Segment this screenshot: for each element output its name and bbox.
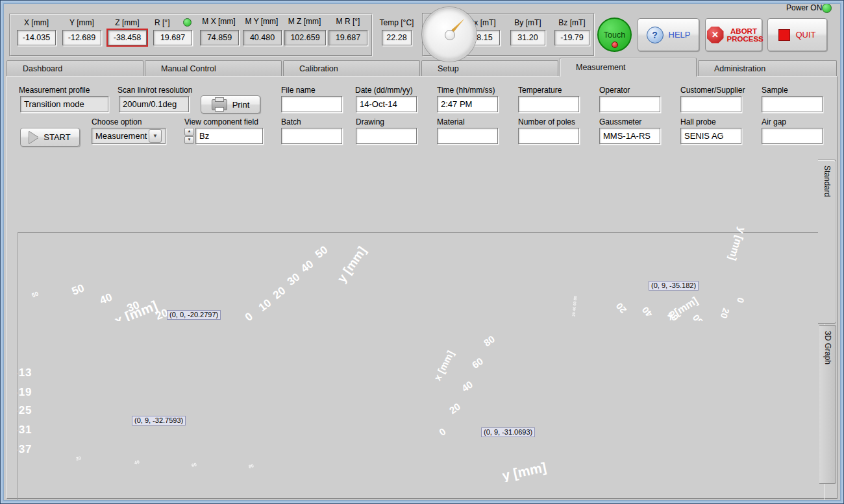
time-input[interactable] bbox=[437, 96, 498, 112]
mr-readout-label: M R [°] bbox=[327, 17, 369, 26]
temp-readout: 22.28 bbox=[382, 30, 412, 45]
printer-icon bbox=[212, 99, 227, 110]
temperature-input[interactable] bbox=[518, 96, 579, 112]
material-label: Material bbox=[437, 117, 465, 126]
operator-label: Operator bbox=[599, 86, 630, 95]
mx-readout: 74.859 bbox=[200, 30, 239, 45]
customer-supplier-input[interactable] bbox=[680, 96, 741, 112]
bz-readout: -19.79 bbox=[554, 30, 590, 45]
power-on-led bbox=[822, 3, 832, 13]
power-on-label: Power ON bbox=[786, 3, 822, 12]
x-readout: -14.035 bbox=[17, 30, 56, 45]
measurement-profile-label: Measurement profile bbox=[19, 86, 90, 95]
r-status-led bbox=[183, 18, 192, 27]
drawing-input[interactable] bbox=[356, 128, 417, 144]
help-button-label: HELP bbox=[669, 30, 691, 40]
side-tab-standard[interactable]: Standard bbox=[818, 160, 836, 324]
cursor-readout: (0, 9, -31.0693) bbox=[481, 427, 535, 437]
air-gap-label: Air gap bbox=[762, 117, 786, 126]
cursor-readout: (0, 0, -20.2797) bbox=[167, 310, 221, 320]
y-readout: -12.689 bbox=[62, 30, 101, 45]
customer-supplier-label: Customer/Supplier bbox=[680, 86, 745, 95]
tab-administration[interactable]: Administration bbox=[698, 60, 837, 77]
number-of-poles-label: Number of poles bbox=[518, 117, 575, 126]
file-name-input[interactable] bbox=[281, 96, 342, 112]
gaussmeter-input[interactable] bbox=[599, 128, 660, 144]
abort-process-button[interactable]: ✕ ABORT PROCESS bbox=[705, 18, 762, 51]
gaussmeter-label: Gaussmeter bbox=[599, 117, 641, 126]
file-name-label: File name bbox=[281, 86, 316, 95]
my-readout: 40.480 bbox=[243, 30, 282, 45]
axis-tick: -13 bbox=[18, 366, 32, 379]
material-input[interactable] bbox=[437, 128, 498, 144]
z-readout-label: Z [mm] bbox=[106, 18, 148, 27]
touch-button[interactable]: Touch bbox=[597, 18, 632, 52]
choose-option-dropdown[interactable]: Measurement ▼ bbox=[92, 128, 166, 144]
temperature-label: Temperature bbox=[518, 86, 562, 95]
air-gap-input[interactable] bbox=[762, 128, 823, 144]
batch-input[interactable] bbox=[281, 128, 342, 144]
tab-setup[interactable]: Setup bbox=[421, 60, 558, 77]
analog-gauge bbox=[422, 7, 477, 62]
print-button[interactable]: Print bbox=[201, 95, 260, 114]
date-label: Date (dd/mm/yy) bbox=[355, 86, 413, 95]
r-readout-label: R [°] bbox=[155, 18, 169, 27]
increment-icon[interactable]: ▲ bbox=[184, 128, 194, 136]
time-label: Time (hh/mm/ss) bbox=[437, 86, 495, 95]
hall-probe-label: Hall probe bbox=[680, 117, 716, 126]
decrement-icon[interactable]: ▼ bbox=[184, 136, 194, 144]
view-component-value[interactable]: Bz bbox=[195, 128, 263, 144]
scan-resolution-select[interactable]: 200um/0.1deg bbox=[119, 96, 189, 112]
y-readout-label: Y [mm] bbox=[61, 18, 103, 27]
number-of-poles-input[interactable] bbox=[518, 128, 579, 144]
z-readout: -38.458 bbox=[108, 30, 147, 45]
bz-readout-label: Bz [mT] bbox=[553, 18, 591, 27]
drawing-label: Drawing bbox=[356, 117, 384, 126]
sample-label: Sample bbox=[762, 86, 788, 95]
hall-probe-input[interactable] bbox=[680, 128, 741, 144]
print-button-label: Print bbox=[232, 100, 250, 110]
help-button[interactable]: ? HELP bbox=[638, 18, 699, 51]
axis-tick: -31 bbox=[18, 424, 32, 437]
touch-button-label: Touch bbox=[604, 30, 625, 40]
mr-readout: 19.687 bbox=[329, 30, 367, 45]
dropdown-arrow-icon[interactable]: ▼ bbox=[149, 129, 162, 143]
axis-tick: -37 bbox=[18, 443, 32, 456]
sample-input[interactable] bbox=[762, 96, 823, 112]
mz-readout: 102.659 bbox=[284, 30, 326, 45]
quit-icon bbox=[778, 29, 790, 41]
temp-label: Temp [°C] bbox=[375, 18, 418, 27]
by-readout-label: By [mT] bbox=[509, 18, 547, 27]
mz-readout-label: M Z [mm] bbox=[282, 17, 327, 26]
tab-manual-control[interactable]: Manual Control bbox=[145, 60, 282, 77]
axis-tick: -19 bbox=[18, 386, 32, 399]
tab-dashboard[interactable]: Dashboard bbox=[6, 60, 143, 77]
touch-led bbox=[612, 42, 618, 48]
help-icon: ? bbox=[647, 27, 664, 43]
view-component-label: View component field bbox=[184, 117, 258, 126]
measurement-page: Measurement profile Transition mode Scan… bbox=[6, 76, 838, 499]
choose-option-label: Choose option bbox=[92, 117, 142, 126]
view-component-control: ▲ ▼ Bz bbox=[184, 128, 263, 144]
abort-icon: ✕ bbox=[707, 27, 724, 43]
axis-tick: -25 bbox=[18, 404, 32, 417]
cursor-readout: (0, 9, -32.7593) bbox=[132, 416, 186, 426]
quit-button-label: QUIT bbox=[795, 30, 815, 40]
r-readout: 19.687 bbox=[153, 30, 192, 45]
batch-label: Batch bbox=[281, 117, 301, 126]
quit-button[interactable]: QUIT bbox=[767, 18, 827, 51]
measurement-profile-select[interactable]: Transition mode bbox=[20, 96, 108, 112]
mx-readout-label: M X [mm] bbox=[197, 17, 240, 26]
by-readout: 31.20 bbox=[510, 30, 545, 45]
cursor-readout: (0, 9, -35.182) bbox=[649, 281, 699, 291]
start-button[interactable]: START bbox=[20, 128, 80, 147]
operator-input[interactable] bbox=[599, 96, 660, 112]
tab-calibration[interactable]: Calibration bbox=[283, 60, 420, 77]
start-button-label: START bbox=[43, 132, 70, 142]
side-tab-3d-graph[interactable]: 3D Graph bbox=[819, 325, 836, 484]
date-input[interactable] bbox=[356, 96, 417, 112]
abort-button-label: ABORT PROCESS bbox=[727, 27, 761, 43]
scan-resolution-label: Scan lin/rot resolution bbox=[118, 86, 192, 95]
tab-measurement[interactable]: Measurement bbox=[560, 58, 697, 77]
gauge-hub bbox=[445, 30, 455, 40]
